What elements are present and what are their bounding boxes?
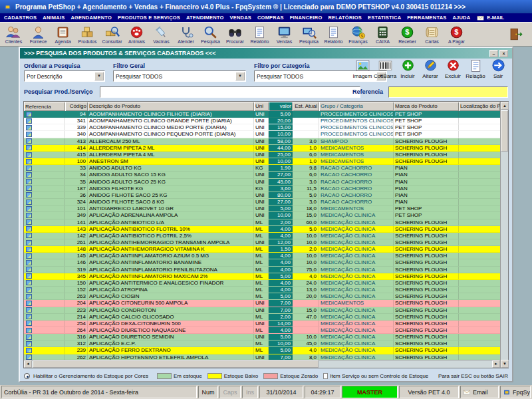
column-header-grupo-categoria[interactable]: Grupo / Categoria: [319, 102, 394, 111]
toolbar-button-clientes[interactable]: Clientes: [1, 23, 26, 45]
menu-item-financeiro[interactable]: FINANCEIRO: [290, 15, 323, 21]
toolbar-button-animais[interactable]: Animais: [124, 23, 149, 45]
toolbar-button-receber[interactable]: Receber: [395, 23, 420, 45]
scroll-left-icon[interactable]: ◄: [24, 360, 32, 368]
table-row[interactable]: 142APLICAÇÃO ANTIBIOTICO FLOTRIL 2,5%ML4…: [24, 233, 500, 239]
menu-item-agendamento[interactable]: AGENDAMENTO: [70, 15, 112, 21]
table-row[interactable]: 101ANTIDIARREICO LABOVET 10 GRUNI5,0018,…: [24, 205, 500, 212]
panel-close-button[interactable]: ×: [499, 50, 508, 57]
menu-item-vendas[interactable]: VENDAS: [230, 15, 251, 21]
column-header-valor[interactable]: valor: [269, 102, 293, 111]
toolbar-button-a-pagar[interactable]: A Pagar: [444, 23, 469, 45]
table-row[interactable]: 312APLICAÇÃO E.C.P.ML10,0045,0MEDICAÇÃO …: [24, 340, 500, 347]
toolbar-button-exit[interactable]: [503, 23, 528, 45]
table-row[interactable]: 100ANESTRON SMUNI10,001,0MEDICAMENTOSSCH…: [24, 158, 500, 165]
column-header-uni[interactable]: Uni: [254, 102, 269, 111]
table-row[interactable]: 254APLICAÇÃO DEXA-CITONEURIN 500UNI14,00…: [24, 321, 500, 327]
table-row[interactable]: 204APLICAÇÃO CITONEURIN 500 AMPOLAUNI7,0…: [24, 300, 500, 307]
table-row[interactable]: 316APLICAÇÃO DIURETICO SEMIDINUNI5,0010,…: [24, 334, 500, 340]
relacao-button[interactable]: Relação: [464, 59, 487, 79]
general-filter-select[interactable]: Pesquisar TODOS ▼: [113, 70, 246, 82]
toolbar-button-vendas[interactable]: Vendas: [272, 23, 297, 45]
toolbar-button-cartas[interactable]: Cartas: [420, 23, 444, 45]
scroll-up-icon[interactable]: ▲: [501, 102, 509, 110]
table-row[interactable]: 152APLICAÇÃO ATROPINAML4,0013,0MEDICAÇÃO…: [24, 287, 500, 293]
table-row[interactable]: 263APLICAÇÃO CIOSINML5,0020,0MEDICAÇÃO C…: [24, 293, 500, 300]
order-select[interactable]: Por Descrição ▼: [24, 70, 105, 82]
toolbar-button-atender[interactable]: Atender: [174, 23, 198, 45]
horizontal-scroll-thumb[interactable]: [33, 360, 319, 368]
menu-item-produtos-e-servicos[interactable]: PRODUTOS E SERVIÇOS: [118, 15, 180, 21]
horizontal-scrollbar[interactable]: ◄ ►: [24, 360, 500, 368]
toolbar-button-financas[interactable]: Finanças: [346, 23, 370, 45]
toolbar-button-procurar[interactable]: Procurar: [223, 23, 247, 45]
panel-minimize-button[interactable]: –: [489, 50, 498, 57]
table-row[interactable]: 349APLICAÇÃO ADRENALINA AMPOLAUNI10,0015…: [24, 212, 500, 219]
imagem-button[interactable]: Imagem: [351, 59, 374, 79]
sair-button[interactable]: Sair: [487, 59, 509, 79]
scroll-down-icon[interactable]: ▼: [501, 360, 509, 368]
toolbar-button-relatorio[interactable]: Relatório: [321, 23, 346, 45]
column-header-codigo[interactable]: Código: [65, 102, 88, 111]
menu-item-estatistica[interactable]: ESTATISTICA: [368, 15, 401, 21]
table-row[interactable]: 223APLICAÇÃO CONDROTONUNI7,0015,0MEDICAÇ…: [24, 307, 500, 314]
toolbar-button-consultar[interactable]: Consultar: [100, 23, 124, 45]
toolbar-button-produtos[interactable]: Produtos: [75, 23, 100, 45]
menu-item-compras[interactable]: COMPRAS: [257, 15, 284, 21]
toolbar-button-caixa[interactable]: CAIXA: [370, 23, 395, 45]
vertical-scroll-thumb[interactable]: [501, 110, 508, 152]
table-row[interactable]: 340ACOMPANHAMENTO CLINICO PEQUENO PORTE …: [24, 131, 500, 138]
table-row[interactable]: 214APLICAÇÃO CALCIO GLICOSADOML2,0047,0M…: [24, 314, 500, 321]
menu-item-cadastros[interactable]: CADASTROS: [4, 15, 37, 21]
table-row[interactable]: 33ANIDOG ADULTO KGKG1,909,8RACAO CACHORR…: [24, 165, 500, 172]
table-row[interactable]: 34ANIDOG ADULTO SACO 15 KGUNI27,006,0RAC…: [24, 172, 500, 178]
table-row[interactable]: 35ANIDOG ADULTO SACO 25 KGUNI45,003,0RAC…: [24, 179, 500, 186]
scroll-right-icon[interactable]: ►: [492, 360, 500, 368]
menu-item-email[interactable]: E-MAIL: [476, 15, 504, 21]
toolbar-button-vacinas[interactable]: Vacinas: [149, 23, 174, 45]
table-row[interactable]: 339ACOMPANHAMENTO CLINICO MEDIO PORTE (D…: [24, 124, 500, 131]
menu-item-atendimento[interactable]: ATENDIMENTO: [186, 15, 224, 21]
table-row[interactable]: 319APLICAÇÃO ANTIINFLAMATORIO FENILBUTAZ…: [24, 267, 500, 273]
table-row[interactable]: 141APLICAÇÃO ANTIBIOTICO L/AML2,0060,0ME…: [24, 219, 500, 226]
table-row[interactable]: 143APLICAÇÃO ANTIBIOTICO FLOTRIL 10%ML4,…: [24, 226, 500, 233]
column-header-referencia[interactable]: Referencia: [24, 102, 65, 111]
toolbar-button-relatorio[interactable]: Relatório: [247, 23, 272, 45]
stock-color-toggle[interactable]: [24, 373, 30, 379]
table-row[interactable]: 415ALLERDERM PIPETA 4 MLUNI25,006,0MEDIC…: [24, 152, 500, 158]
column-header-descricao-do-produto[interactable]: Descrição do Produto: [88, 102, 254, 111]
reference-input[interactable]: [388, 86, 508, 98]
search-input[interactable]: [100, 86, 360, 98]
table-row[interactable]: 148APLICAÇÃO ANTIHEMORRAGICO VITAMINA KM…: [24, 246, 500, 253]
menu-item-ajuda[interactable]: AJUDA: [452, 15, 470, 21]
toolbar-button-pesquisa[interactable]: Pesquisa: [297, 23, 321, 45]
table-row[interactable]: 94ACOMPANHAMENTO CLINICO FILHOTE (DIARIA…: [24, 111, 500, 118]
column-header-est-atual[interactable]: Est. Atual: [293, 102, 319, 111]
table-row[interactable]: 36ANIDOG FILHOTE SACO 25 KGUNI80,005,0RA…: [24, 192, 500, 199]
menu-item-animais[interactable]: ANIMAIS: [43, 15, 65, 21]
menu-item-ferramentas[interactable]: FERRAMENTAS: [407, 15, 446, 21]
table-row[interactable]: 345APLICAÇÃO ANTIINFLAMATORIO MAXICAM 2%…: [24, 273, 500, 280]
column-header-marca-do-produto[interactable]: Marca do Produto: [394, 102, 459, 111]
table-row[interactable]: 146APLICAÇÃO ANTIINFLAMATORIO BANAMINEML…: [24, 259, 500, 266]
table-row[interactable]: 261APLICAÇÃO ANTIHEMORRAGICO TRANSAMIN A…: [24, 239, 500, 246]
incluir-button[interactable]: Incluir: [396, 59, 419, 79]
menu-item-relatorios[interactable]: RELATÓRIOS: [328, 15, 362, 21]
toolbar-button-fornece[interactable]: Fornece: [26, 23, 51, 45]
table-row[interactable]: 145APLICAÇÃO ANTIINFLAMATORIO AZIUM 0.5 …: [24, 253, 500, 259]
column-header-localizacao-do-produto[interactable]: Localização do Produto: [459, 102, 500, 111]
status-email[interactable]: Email: [460, 386, 499, 398]
codbarra-button[interactable]: CodBarra: [374, 59, 396, 79]
table-row[interactable]: 324ANIDOG FILHOTE SACO 8 KGUNI27,003,0RA…: [24, 199, 500, 205]
excluir-button[interactable]: Excluir: [442, 59, 464, 79]
table-row[interactable]: 187ANIDOG FILHOTE KGKG3,6011,5RACAO CACH…: [24, 186, 500, 192]
vertical-scrollbar[interactable]: ▲ ▼: [500, 102, 508, 368]
toolbar-button-agenda[interactable]: Agenda: [51, 23, 75, 45]
table-row[interactable]: 150APLICAÇÃO ANTITERMICO E ANALGESICO FI…: [24, 280, 500, 287]
table-row[interactable]: 413ALLERCALM 250 MLUNI58,003,0SHAMPOOSCH…: [24, 138, 500, 145]
table-row[interactable]: 341ACOMPANHAMENTO CLINICO GRANDE PORTE (…: [24, 118, 500, 124]
table-row[interactable]: 264APLICAÇÃO DIURETICO NAQUASONEML4,00ME…: [24, 327, 500, 334]
toolbar-button-pesquisa[interactable]: Pesquisa: [198, 23, 223, 45]
alterar-button[interactable]: Alterar: [419, 59, 442, 79]
table-row[interactable]: 239APLICAÇÃO FERRO DEXTRANOML5,004,0MEDI…: [24, 347, 500, 354]
